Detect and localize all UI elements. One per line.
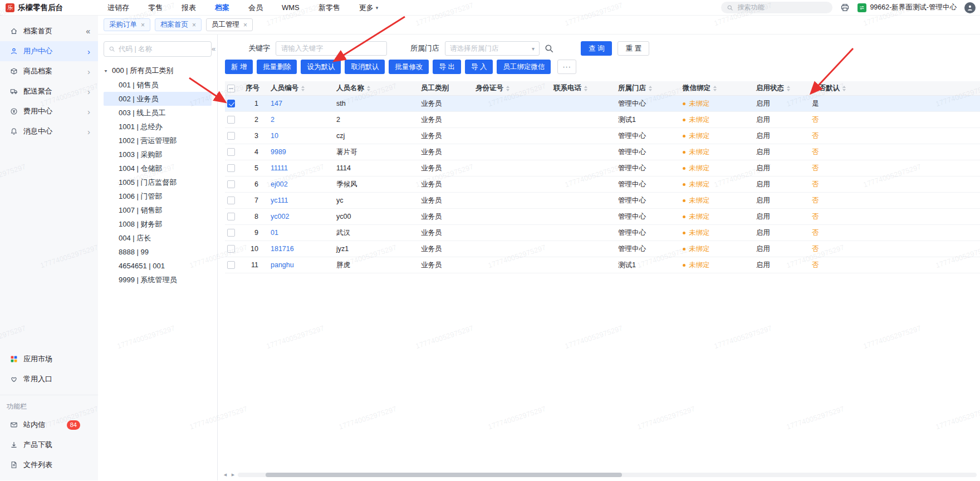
employee-code-link[interactable]: panghu <box>271 261 294 269</box>
tab-close-icon[interactable]: × <box>141 22 145 28</box>
table-row[interactable]: 1147sth业务员管理中心未绑定启用是 <box>225 96 980 112</box>
top-menu-item[interactable]: 档案 <box>205 0 239 15</box>
account-switcher[interactable]: 99662-新界面测试-管理中心 <box>857 3 957 12</box>
top-menu-item[interactable]: WMS <box>272 0 309 15</box>
toolbar-button[interactable]: 员工绑定微信 <box>497 60 551 74</box>
sidebar-item[interactable]: 产品下载 <box>0 435 98 455</box>
table-row[interactable]: 6ej002季候风业务员管理中心未绑定启用否 <box>225 176 980 193</box>
tree-node[interactable]: 003 | 线上员工 <box>104 106 212 120</box>
tree-node[interactable]: 1002 | 营运管理部 <box>104 134 212 148</box>
caret-down-icon[interactable]: ▼ <box>104 68 108 73</box>
scroll-left-icon[interactable]: ◀ <box>222 472 228 477</box>
sidebar-item[interactable]: 配送聚合› <box>0 81 98 101</box>
employee-code-link[interactable]: 01 <box>271 229 278 237</box>
filter-search-icon[interactable] <box>544 43 554 53</box>
row-checkbox[interactable] <box>227 116 235 124</box>
tree-collapse-handle[interactable]: « <box>212 45 215 53</box>
tree-root-node[interactable]: ▼000 | 所有员工类别 <box>104 63 212 78</box>
table-row[interactable]: 310czj业务员管理中心未绑定启用否 <box>225 128 980 144</box>
row-checkbox[interactable] <box>227 180 235 188</box>
keyword-input[interactable] <box>276 41 387 56</box>
printer-icon[interactable] <box>840 3 850 12</box>
table-row[interactable]: 49989薯片哥业务员管理中心未绑定启用否 <box>225 144 980 160</box>
collapse-sidebar-icon[interactable]: « <box>86 27 90 36</box>
top-menu-item[interactable]: 更多▾ <box>350 0 388 15</box>
top-menu-item[interactable]: 零售 <box>139 0 172 15</box>
scroll-right-icon[interactable]: ▶ <box>230 472 236 477</box>
column-header-name[interactable]: 人员名称 <box>332 84 416 93</box>
top-menu-item[interactable]: 会员 <box>239 0 272 15</box>
top-menu-item[interactable]: 进销存 <box>98 0 139 15</box>
toolbar-button[interactable]: 批量删除 <box>257 60 297 74</box>
table-row[interactable]: 901武汉业务员管理中心未绑定启用否 <box>225 225 980 241</box>
tree-node[interactable]: 1005 | 门店监督部 <box>104 175 212 189</box>
column-header-phone[interactable]: 联系电话 <box>549 84 614 93</box>
sidebar-item[interactable]: 消息中心› <box>0 121 98 141</box>
row-checkbox[interactable] <box>227 261 235 269</box>
more-actions-button[interactable]: ··· <box>557 60 576 74</box>
scrollbar-thumb[interactable] <box>266 473 622 477</box>
tree-search-input[interactable] <box>119 45 207 53</box>
tree-node[interactable]: 1008 | 财务部 <box>104 217 212 231</box>
tree-node[interactable]: 004 | 店长 <box>104 231 212 245</box>
tree-node[interactable]: 002 | 业务员 <box>104 92 212 106</box>
table-row[interactable]: 10181716jyz1业务员管理中心未绑定启用否 <box>225 241 980 257</box>
employee-code-link[interactable]: 147 <box>271 100 282 107</box>
employee-code-link[interactable]: 181716 <box>271 245 294 253</box>
column-header-is_default[interactable]: 是否默认 <box>807 84 856 93</box>
sidebar-item[interactable]: 应用市场 <box>0 349 98 369</box>
toolbar-button[interactable]: 取消默认 <box>345 60 385 74</box>
sidebar-item[interactable]: 文件列表 <box>0 455 98 475</box>
user-avatar[interactable] <box>964 2 976 13</box>
store-select[interactable]: 请选择所属门店 ▾ <box>445 41 540 56</box>
table-row[interactable]: 222业务员测试1未绑定启用否 <box>225 112 980 128</box>
tree-node[interactable]: 4654651 | 001 <box>104 259 212 273</box>
tree-node[interactable]: 1001 | 总经办 <box>104 120 212 134</box>
employee-code-link[interactable]: yc002 <box>271 213 289 220</box>
sidebar-item[interactable]: 商品档案› <box>0 61 98 81</box>
table-row[interactable]: 8yc002yc00业务员管理中心未绑定启用否 <box>225 209 980 225</box>
tree-node[interactable]: 001 | 销售员 <box>104 78 212 92</box>
sort-icon[interactable] <box>842 86 846 91</box>
select-all-checkbox[interactable] <box>227 85 235 92</box>
sidebar-item[interactable]: 站内信84 <box>0 415 98 435</box>
sidebar-item[interactable]: 费用中心› <box>0 101 98 121</box>
top-menu-item[interactable]: 新零售 <box>309 0 350 15</box>
employee-code-link[interactable]: 11111 <box>271 164 288 172</box>
scrollbar-track[interactable] <box>238 473 977 477</box>
sort-icon[interactable] <box>584 86 587 91</box>
employee-code-link[interactable]: yc111 <box>271 197 288 204</box>
sidebar-item[interactable]: 用户中心› <box>0 41 98 61</box>
column-header-id_no[interactable]: 身份证号 <box>471 84 549 93</box>
row-checkbox[interactable] <box>227 132 235 140</box>
tree-node[interactable]: 1006 | 门管部 <box>104 189 212 203</box>
column-header-status[interactable]: 启用状态 <box>752 84 807 93</box>
column-header-code[interactable]: 人员编号 <box>266 84 332 93</box>
sort-icon[interactable] <box>506 86 509 91</box>
tree-node[interactable]: 1007 | 销售部 <box>104 203 212 217</box>
tree-node[interactable]: 1004 | 仓储部 <box>104 161 212 175</box>
row-checkbox[interactable] <box>227 245 235 253</box>
sort-icon[interactable] <box>301 86 305 91</box>
sort-icon[interactable] <box>649 86 652 91</box>
tab-item[interactable]: 档案首页× <box>155 18 202 31</box>
sidebar-item[interactable]: 常用入口 <box>0 369 98 389</box>
employee-code-link[interactable]: 2 <box>271 116 275 124</box>
column-header-store[interactable]: 所属门店 <box>614 84 678 93</box>
top-menu-item[interactable]: 报表 <box>172 0 205 15</box>
sort-icon[interactable] <box>367 86 370 91</box>
tree-node[interactable]: 8888 | 99 <box>104 245 212 259</box>
row-checkbox[interactable] <box>227 197 235 204</box>
reset-button[interactable]: 重 置 <box>618 41 649 56</box>
tab-close-icon[interactable]: × <box>243 22 247 28</box>
tree-node[interactable]: 1003 | 采购部 <box>104 148 212 161</box>
query-button[interactable]: 查 询 <box>581 41 612 56</box>
sidebar-item[interactable]: 档案首页« <box>0 21 98 41</box>
tab-close-icon[interactable]: × <box>192 22 196 28</box>
row-checkbox[interactable] <box>227 213 235 220</box>
tab-item[interactable]: 采购订单× <box>104 18 150 31</box>
global-search-input[interactable]: 搜索功能 <box>721 2 832 13</box>
toolbar-button[interactable]: 导 入 <box>465 60 493 74</box>
row-checkbox[interactable] <box>227 100 235 107</box>
table-row[interactable]: 7yc111yc业务员管理中心未绑定启用否 <box>225 193 980 209</box>
